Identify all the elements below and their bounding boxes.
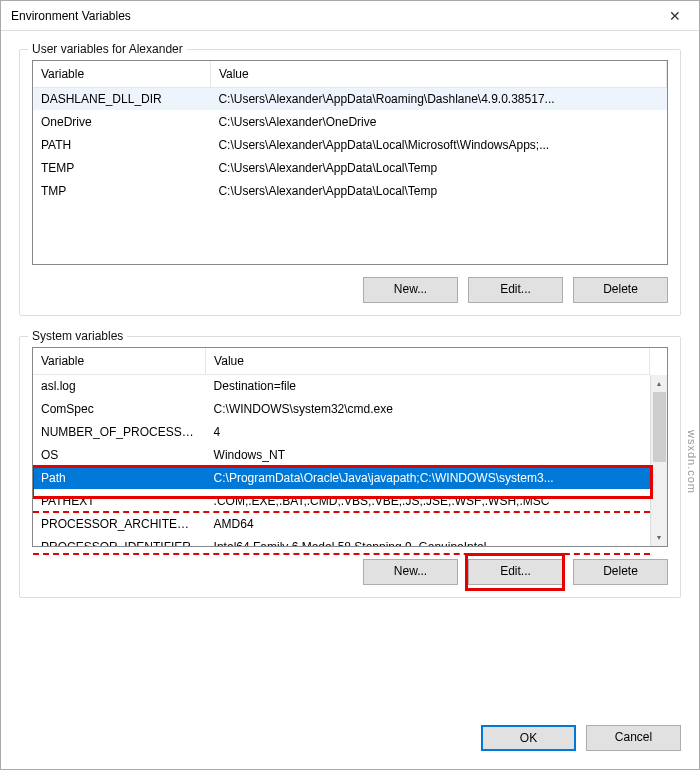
env-vars-dialog: Environment Variables ✕ User variables f… [0,0,700,770]
cell-var: OneDrive [33,111,210,134]
col-variable[interactable]: Variable [33,348,206,375]
new-button[interactable]: New... [363,277,458,303]
col-value[interactable]: Value [206,348,650,375]
cell-val: Destination=file [206,375,650,398]
table-row[interactable]: OS Windows_NT [33,444,650,467]
cell-val: C:\Users\Alexander\AppData\Local\Temp [210,180,666,203]
cell-var: Path [33,467,206,490]
cell-val: C:\Users\Alexander\OneDrive [210,111,666,134]
cell-val: .COM;.EXE;.BAT;.CMD;.VBS;.VBE;.JS;.JSE;.… [206,490,650,513]
table-row[interactable]: PATH C:\Users\Alexander\AppData\Local\Mi… [33,134,667,157]
cell-val: C:\Users\Alexander\AppData\Local\Microso… [210,134,666,157]
table-row[interactable]: PROCESSOR_ARCHITECTU... AMD64 [33,513,650,536]
user-vars-table[interactable]: Variable Value DASHLANE_DLL_DIR C:\Users… [32,60,668,265]
cell-var: OS [33,444,206,467]
new-button[interactable]: New... [363,559,458,585]
scrollbar[interactable]: ▴ ▾ [650,375,667,546]
user-vars-buttons: New... Edit... Delete [32,277,668,303]
cell-val: 4 [206,421,650,444]
cell-var: TEMP [33,157,210,180]
cell-val: Windows_NT [206,444,650,467]
cell-val: C:\WINDOWS\system32\cmd.exe [206,398,650,421]
dialog-body: User variables for Alexander Variable Va… [1,31,699,715]
cell-val: C:\Users\Alexander\AppData\Local\Temp [210,157,666,180]
delete-button[interactable]: Delete [573,277,668,303]
delete-button[interactable]: Delete [573,559,668,585]
scroll-up-icon[interactable]: ▴ [651,375,667,392]
table-row[interactable]: TEMP C:\Users\Alexander\AppData\Local\Te… [33,157,667,180]
table-row[interactable]: TMP C:\Users\Alexander\AppData\Local\Tem… [33,180,667,203]
user-vars-group: User variables for Alexander Variable Va… [19,49,681,316]
dialog-footer: OK Cancel [1,715,699,769]
col-value[interactable]: Value [210,61,666,88]
table-row[interactable]: PROCESSOR_IDENTIFIER Intel64 Family 6 Mo… [33,536,650,548]
table-header-row: Variable Value [33,348,650,375]
cell-var: PATHEXT [33,490,206,513]
cell-val: C:\Users\Alexander\AppData\Roaming\Dashl… [210,88,666,111]
edit-button[interactable]: Edit... [468,559,563,585]
cell-var: ComSpec [33,398,206,421]
table-row[interactable]: Path C:\ProgramData\Oracle\Java\javapath… [33,467,650,490]
cell-var: NUMBER_OF_PROCESSORS [33,421,206,444]
table-row[interactable]: OneDrive C:\Users\Alexander\OneDrive [33,111,667,134]
table-row[interactable]: asl.log Destination=file [33,375,650,398]
system-vars-table[interactable]: Variable Value asl.log Destination=file … [32,347,668,547]
scroll-down-icon[interactable]: ▾ [651,529,667,546]
table-row[interactable]: DASHLANE_DLL_DIR C:\Users\Alexander\AppD… [33,88,667,111]
cancel-button[interactable]: Cancel [586,725,681,751]
ok-button[interactable]: OK [481,725,576,751]
cell-val: AMD64 [206,513,650,536]
scroll-thumb[interactable] [653,392,666,462]
table-row[interactable]: NUMBER_OF_PROCESSORS 4 [33,421,650,444]
cell-val: Intel64 Family 6 Model 58 Stepping 9, Ge… [206,536,650,548]
cell-var: DASHLANE_DLL_DIR [33,88,210,111]
strike-overlay [33,553,650,555]
titlebar: Environment Variables ✕ [1,1,699,31]
col-variable[interactable]: Variable [33,61,210,88]
cell-var: PROCESSOR_ARCHITECTU... [33,513,206,536]
table-row[interactable]: PATHEXT .COM;.EXE;.BAT;.CMD;.VBS;.VBE;.J… [33,490,650,513]
close-icon[interactable]: ✕ [655,2,695,30]
system-vars-buttons: New... Edit... Delete [32,559,668,585]
system-vars-group-title: System variables [28,329,127,343]
cell-var: TMP [33,180,210,203]
cell-val: C:\ProgramData\Oracle\Java\javapath;C:\W… [206,467,650,490]
cell-var: PATH [33,134,210,157]
table-header-row: Variable Value [33,61,667,88]
cell-var: asl.log [33,375,206,398]
table-row[interactable]: ComSpec C:\WINDOWS\system32\cmd.exe [33,398,650,421]
edit-button[interactable]: Edit... [468,277,563,303]
system-vars-group: System variables Variable Value asl.log … [19,336,681,598]
user-vars-group-title: User variables for Alexander [28,42,187,56]
cell-var: PROCESSOR_IDENTIFIER [33,536,206,548]
window-title: Environment Variables [11,9,655,23]
